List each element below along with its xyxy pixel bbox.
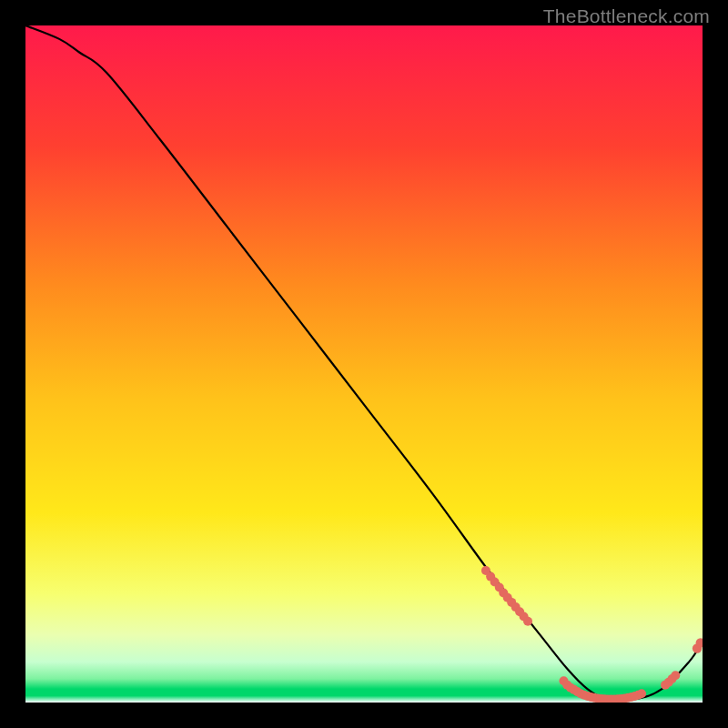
data-point: [671, 671, 680, 680]
watermark-text: TheBottleneck.com: [543, 5, 710, 27]
data-point: [523, 617, 532, 626]
chart-stage: TheBottleneck.com: [0, 0, 728, 728]
curve-layer: [25, 25, 703, 703]
data-point: [637, 689, 646, 698]
bottleneck-curve: [25, 25, 703, 701]
plot-area: [25, 25, 703, 703]
